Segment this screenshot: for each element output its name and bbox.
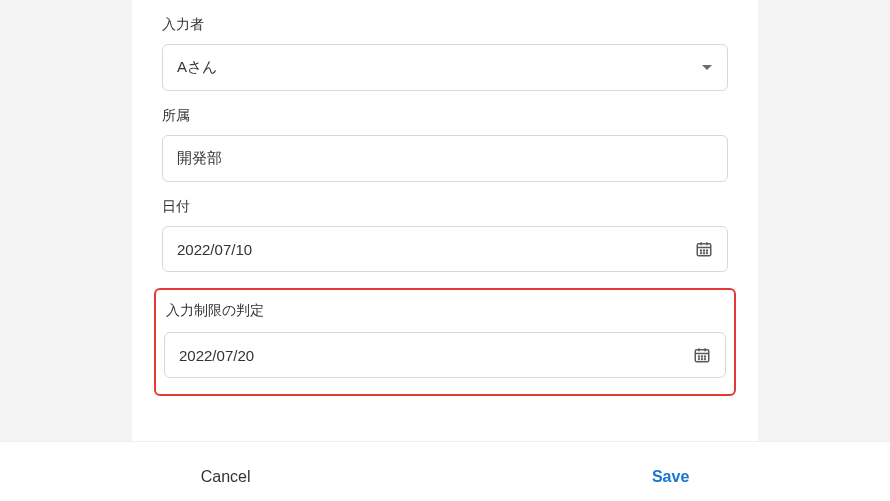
date-value: 2022/07/10 (177, 241, 252, 258)
calendar-icon (695, 240, 713, 258)
input-person-select[interactable]: Aさん (162, 44, 728, 91)
form-container: 入力者 Aさん 所属 開発部 日付 2022/07/10 (132, 0, 758, 441)
calendar-icon (693, 346, 711, 364)
svg-point-5 (704, 250, 705, 251)
svg-point-8 (704, 253, 705, 254)
svg-point-9 (707, 253, 708, 254)
department-input[interactable]: 開発部 (162, 135, 728, 182)
field-date: 日付 2022/07/10 (162, 182, 728, 272)
svg-point-17 (699, 359, 700, 360)
date-label: 日付 (162, 198, 728, 216)
action-bar: Cancel Save (0, 441, 890, 501)
svg-point-6 (707, 250, 708, 251)
save-button[interactable]: Save (632, 460, 709, 494)
restriction-date-input[interactable]: 2022/07/20 (164, 332, 726, 378)
department-label: 所属 (162, 107, 728, 125)
field-input-person: 入力者 Aさん (162, 0, 728, 91)
svg-point-7 (701, 253, 702, 254)
cancel-button[interactable]: Cancel (181, 460, 271, 494)
input-person-value: Aさん (177, 58, 217, 77)
svg-point-4 (701, 250, 702, 251)
svg-point-18 (702, 359, 703, 360)
department-value: 開発部 (177, 149, 222, 168)
restriction-highlight-box: 入力制限の判定 2022/07/20 (154, 288, 736, 396)
date-input[interactable]: 2022/07/10 (162, 226, 728, 272)
chevron-down-icon (701, 64, 713, 72)
svg-point-14 (699, 356, 700, 357)
svg-point-15 (702, 356, 703, 357)
svg-point-16 (705, 356, 706, 357)
restriction-label: 入力制限の判定 (164, 302, 726, 320)
svg-point-19 (705, 359, 706, 360)
field-department: 所属 開発部 (162, 91, 728, 182)
input-person-label: 入力者 (162, 16, 728, 34)
restriction-date-value: 2022/07/20 (179, 347, 254, 364)
